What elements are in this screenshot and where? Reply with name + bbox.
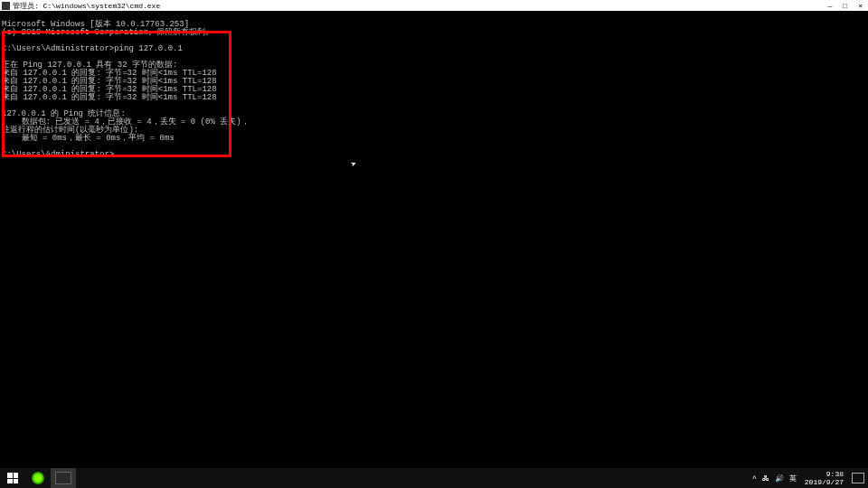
- rtt-values: 最短 = 0ms，最长 = 0ms，平均 = 0ms: [2, 134, 175, 143]
- edge-icon: [32, 472, 44, 484]
- copyright-line: (c) 2018 Microsoft Corporation。保留所有权利。: [2, 28, 213, 37]
- window-title: 管理员: C:\windows\system32\cmd.exe: [13, 1, 828, 11]
- maximize-button[interactable]: □: [843, 2, 847, 10]
- close-button[interactable]: ✕: [858, 2, 863, 10]
- windows-logo-icon: [7, 473, 18, 483]
- prompt-current: C:\Users\Administrator>: [2, 150, 119, 159]
- taskbar-left-group: [0, 468, 76, 488]
- taskbar-app-edge[interactable]: [25, 468, 51, 488]
- system-tray: ^ 🖧 🔊 英 9:38 2019/9/27: [752, 468, 868, 488]
- network-icon[interactable]: 🖧: [762, 474, 769, 483]
- ime-indicator[interactable]: 英: [789, 474, 797, 483]
- tray-overflow-icon[interactable]: ^: [752, 474, 757, 483]
- ping-reply-4: 来自 127.0.0.1 的回复: 字节=32 时间<1ms TTL=128: [2, 93, 217, 102]
- cmd-window-icon: [2, 2, 10, 10]
- window-controls: — □ ✕: [828, 2, 866, 10]
- taskbar-app-cmd[interactable]: [51, 468, 76, 488]
- clock-date: 2019/9/27: [805, 478, 844, 486]
- start-button[interactable]: [0, 468, 25, 488]
- notifications-icon[interactable]: [852, 473, 864, 483]
- clock-time: 9:38: [805, 470, 844, 478]
- prompt-ping-command: C:\Users\Administrator>ping 127.0.0.1: [2, 44, 183, 53]
- taskbar[interactable]: ^ 🖧 🔊 英 9:38 2019/9/27: [0, 468, 868, 488]
- cmd-icon: [55, 472, 71, 484]
- terminal-output[interactable]: Microsoft Windows [版本 10.0.17763.253] (c…: [0, 11, 868, 161]
- window-titlebar[interactable]: 管理员: C:\windows\system32\cmd.exe — □ ✕: [0, 0, 868, 11]
- clock[interactable]: 9:38 2019/9/27: [802, 470, 846, 486]
- volume-icon[interactable]: 🔊: [775, 474, 784, 483]
- minimize-button[interactable]: —: [828, 2, 833, 10]
